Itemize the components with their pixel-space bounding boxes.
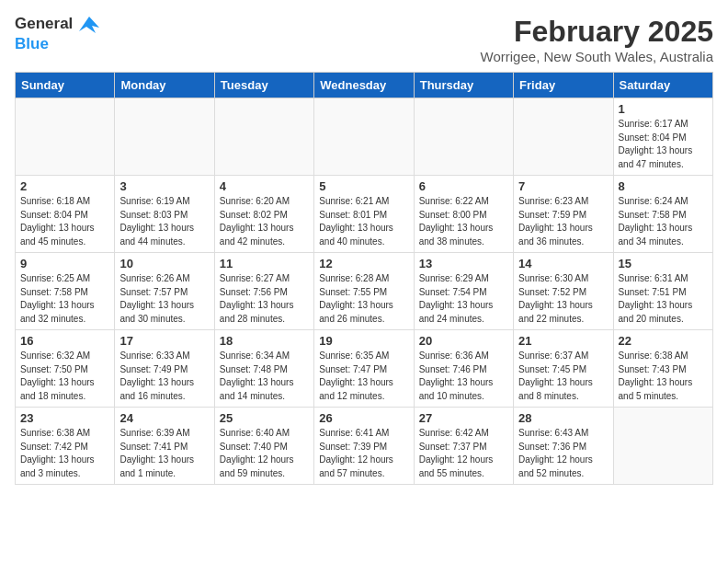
weekday-header-tuesday: Tuesday [214, 73, 313, 98]
logo-line2: Blue [15, 35, 99, 53]
calendar-week-row: 2Sunrise: 6:18 AM Sunset: 8:04 PM Daylig… [16, 176, 713, 253]
calendar-cell [115, 98, 214, 176]
calendar-cell: 9Sunrise: 6:25 AM Sunset: 7:58 PM Daylig… [16, 253, 115, 330]
calendar-cell: 1Sunrise: 6:17 AM Sunset: 8:04 PM Daylig… [613, 98, 712, 176]
day-info: Sunrise: 6:42 AM Sunset: 7:37 PM Dayligh… [419, 427, 508, 480]
calendar-cell [214, 98, 313, 176]
day-number: 9 [20, 257, 109, 270]
logo-line1: General [15, 15, 73, 32]
day-info: Sunrise: 6:40 AM Sunset: 7:40 PM Dayligh… [220, 427, 309, 480]
calendar-cell: 16Sunrise: 6:32 AM Sunset: 7:50 PM Dayli… [16, 330, 115, 408]
calendar-cell [613, 408, 712, 485]
day-info: Sunrise: 6:36 AM Sunset: 7:46 PM Dayligh… [419, 350, 508, 403]
day-number: 21 [518, 334, 608, 348]
day-info: Sunrise: 6:41 AM Sunset: 7:39 PM Dayligh… [319, 427, 408, 480]
calendar-cell: 19Sunrise: 6:35 AM Sunset: 7:47 PM Dayli… [314, 330, 414, 408]
day-info: Sunrise: 6:20 AM Sunset: 8:02 PM Dayligh… [220, 195, 309, 248]
day-info: Sunrise: 6:19 AM Sunset: 8:03 PM Dayligh… [119, 195, 209, 248]
day-number: 18 [220, 334, 309, 348]
svg-marker-0 [79, 17, 99, 33]
day-info: Sunrise: 6:21 AM Sunset: 8:01 PM Dayligh… [319, 195, 408, 248]
day-number: 4 [220, 179, 309, 193]
day-number: 8 [619, 179, 708, 193]
logo-bird-icon [79, 15, 99, 35]
calendar-cell: 28Sunrise: 6:43 AM Sunset: 7:36 PM Dayli… [514, 408, 613, 485]
calendar-week-row: 1Sunrise: 6:17 AM Sunset: 8:04 PM Daylig… [16, 98, 713, 176]
day-info: Sunrise: 6:18 AM Sunset: 8:04 PM Dayligh… [20, 195, 109, 248]
day-info: Sunrise: 6:39 AM Sunset: 7:41 PM Dayligh… [119, 427, 209, 480]
calendar-cell: 24Sunrise: 6:39 AM Sunset: 7:41 PM Dayli… [115, 408, 214, 485]
calendar-cell: 23Sunrise: 6:38 AM Sunset: 7:42 PM Dayli… [16, 408, 115, 485]
day-number: 7 [518, 179, 608, 193]
day-number: 10 [119, 257, 209, 270]
calendar-cell: 20Sunrise: 6:36 AM Sunset: 7:46 PM Dayli… [414, 330, 513, 408]
calendar-cell [414, 98, 513, 176]
calendar-subtitle: Worrigee, New South Wales, Australia [481, 49, 713, 64]
weekday-header-friday: Friday [514, 73, 613, 98]
title-section: February 2025 Worrigee, New South Wales,… [481, 15, 713, 64]
day-info: Sunrise: 6:38 AM Sunset: 7:43 PM Dayligh… [619, 350, 708, 403]
calendar-table: SundayMondayTuesdayWednesdayThursdayFrid… [15, 72, 713, 485]
day-info: Sunrise: 6:22 AM Sunset: 8:00 PM Dayligh… [419, 195, 508, 248]
day-number: 5 [319, 179, 408, 193]
weekday-header-row: SundayMondayTuesdayWednesdayThursdayFrid… [16, 73, 713, 98]
day-info: Sunrise: 6:23 AM Sunset: 7:59 PM Dayligh… [518, 195, 608, 248]
day-number: 24 [119, 411, 209, 425]
calendar-cell: 14Sunrise: 6:30 AM Sunset: 7:52 PM Dayli… [514, 253, 613, 330]
calendar-cell: 5Sunrise: 6:21 AM Sunset: 8:01 PM Daylig… [314, 176, 414, 253]
day-info: Sunrise: 6:27 AM Sunset: 7:56 PM Dayligh… [220, 272, 309, 326]
day-info: Sunrise: 6:29 AM Sunset: 7:54 PM Dayligh… [419, 272, 508, 326]
day-number: 15 [619, 257, 708, 270]
day-info: Sunrise: 6:35 AM Sunset: 7:47 PM Dayligh… [319, 350, 408, 403]
day-info: Sunrise: 6:31 AM Sunset: 7:51 PM Dayligh… [619, 272, 708, 326]
day-info: Sunrise: 6:33 AM Sunset: 7:49 PM Dayligh… [119, 350, 209, 403]
logo: General Blue [15, 15, 99, 53]
day-info: Sunrise: 6:25 AM Sunset: 7:58 PM Dayligh… [20, 272, 109, 326]
day-info: Sunrise: 6:37 AM Sunset: 7:45 PM Dayligh… [518, 350, 608, 403]
day-number: 12 [319, 257, 408, 270]
calendar-cell: 3Sunrise: 6:19 AM Sunset: 8:03 PM Daylig… [115, 176, 214, 253]
weekday-header-sunday: Sunday [16, 73, 115, 98]
calendar-cell: 21Sunrise: 6:37 AM Sunset: 7:45 PM Dayli… [514, 330, 613, 408]
calendar-week-row: 9Sunrise: 6:25 AM Sunset: 7:58 PM Daylig… [16, 253, 713, 330]
calendar-cell: 17Sunrise: 6:33 AM Sunset: 7:49 PM Dayli… [115, 330, 214, 408]
day-info: Sunrise: 6:32 AM Sunset: 7:50 PM Dayligh… [20, 350, 109, 403]
day-number: 16 [20, 334, 109, 348]
day-number: 3 [119, 179, 209, 193]
day-info: Sunrise: 6:43 AM Sunset: 7:36 PM Dayligh… [518, 427, 608, 480]
weekday-header-wednesday: Wednesday [314, 73, 414, 98]
weekday-header-monday: Monday [115, 73, 214, 98]
calendar-cell: 15Sunrise: 6:31 AM Sunset: 7:51 PM Dayli… [613, 253, 712, 330]
calendar-cell: 4Sunrise: 6:20 AM Sunset: 8:02 PM Daylig… [214, 176, 313, 253]
day-number: 20 [419, 334, 508, 348]
day-info: Sunrise: 6:24 AM Sunset: 7:58 PM Dayligh… [619, 195, 708, 248]
calendar-cell: 13Sunrise: 6:29 AM Sunset: 7:54 PM Dayli… [414, 253, 513, 330]
calendar-cell: 22Sunrise: 6:38 AM Sunset: 7:43 PM Dayli… [613, 330, 712, 408]
calendar-cell: 2Sunrise: 6:18 AM Sunset: 8:04 PM Daylig… [16, 176, 115, 253]
calendar-cell: 10Sunrise: 6:26 AM Sunset: 7:57 PM Dayli… [115, 253, 214, 330]
day-number: 25 [220, 411, 309, 425]
weekday-header-saturday: Saturday [613, 73, 712, 98]
calendar-week-row: 23Sunrise: 6:38 AM Sunset: 7:42 PM Dayli… [16, 408, 713, 485]
day-info: Sunrise: 6:38 AM Sunset: 7:42 PM Dayligh… [20, 427, 109, 480]
day-info: Sunrise: 6:30 AM Sunset: 7:52 PM Dayligh… [518, 272, 608, 326]
day-number: 26 [319, 411, 408, 425]
day-info: Sunrise: 6:28 AM Sunset: 7:55 PM Dayligh… [319, 272, 408, 326]
day-number: 27 [419, 411, 508, 425]
calendar-cell: 6Sunrise: 6:22 AM Sunset: 8:00 PM Daylig… [414, 176, 513, 253]
calendar-title: February 2025 [481, 15, 713, 49]
day-number: 13 [419, 257, 508, 270]
calendar-cell: 26Sunrise: 6:41 AM Sunset: 7:39 PM Dayli… [314, 408, 414, 485]
day-number: 22 [619, 334, 708, 348]
day-info: Sunrise: 6:26 AM Sunset: 7:57 PM Dayligh… [119, 272, 209, 326]
day-number: 2 [20, 179, 109, 193]
calendar-cell: 25Sunrise: 6:40 AM Sunset: 7:40 PM Dayli… [214, 408, 313, 485]
day-number: 6 [419, 179, 508, 193]
calendar-cell: 8Sunrise: 6:24 AM Sunset: 7:58 PM Daylig… [613, 176, 712, 253]
calendar-week-row: 16Sunrise: 6:32 AM Sunset: 7:50 PM Dayli… [16, 330, 713, 408]
day-number: 14 [518, 257, 608, 270]
calendar-cell: 12Sunrise: 6:28 AM Sunset: 7:55 PM Dayli… [314, 253, 414, 330]
day-number: 19 [319, 334, 408, 348]
day-info: Sunrise: 6:17 AM Sunset: 8:04 PM Dayligh… [619, 118, 708, 171]
weekday-header-thursday: Thursday [414, 73, 513, 98]
